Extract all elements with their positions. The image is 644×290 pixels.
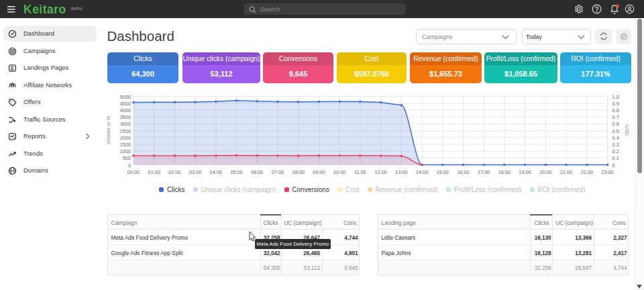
svg-text:16:00: 16:00 bbox=[457, 169, 469, 175]
svg-text:03:00: 03:00 bbox=[189, 169, 201, 175]
svg-text:Volume or %: Volume or % bbox=[105, 115, 111, 144]
svg-text:0.3: 0.3 bbox=[612, 142, 619, 148]
svg-text:17:00: 17:00 bbox=[478, 169, 490, 175]
svg-text:4000: 4000 bbox=[120, 107, 131, 113]
svg-text:1.0: 1.0 bbox=[612, 94, 619, 100]
svg-text:05:00: 05:00 bbox=[230, 169, 242, 175]
svg-text:0: 0 bbox=[128, 162, 131, 168]
svg-text:500: 500 bbox=[123, 155, 131, 161]
svg-text:0.2: 0.2 bbox=[612, 148, 619, 154]
svg-text:21:00: 21:00 bbox=[560, 169, 572, 175]
svg-text:01:00: 01:00 bbox=[148, 169, 160, 175]
svg-text:0: 0 bbox=[612, 162, 615, 168]
svg-text:12:00: 12:00 bbox=[375, 169, 387, 175]
svg-text:20:00: 20:00 bbox=[539, 169, 551, 175]
svg-text:0.9: 0.9 bbox=[612, 101, 619, 107]
svg-text:04:00: 04:00 bbox=[210, 169, 222, 175]
svg-text:0.7: 0.7 bbox=[612, 114, 619, 120]
svg-text:2000: 2000 bbox=[120, 135, 131, 141]
svg-text:07:00: 07:00 bbox=[272, 169, 284, 175]
svg-text:14:00: 14:00 bbox=[416, 169, 428, 175]
svg-text:00:00: 00:00 bbox=[127, 169, 140, 175]
svg-text:18:00: 18:00 bbox=[498, 169, 511, 175]
svg-text:0.5: 0.5 bbox=[612, 128, 619, 134]
svg-text:0.8: 0.8 bbox=[612, 107, 619, 113]
svg-text:09:00: 09:00 bbox=[313, 169, 325, 175]
svg-text:4500: 4500 bbox=[120, 101, 131, 107]
svg-text:22:00: 22:00 bbox=[581, 169, 593, 175]
svg-text:0.4: 0.4 bbox=[612, 135, 619, 141]
svg-text:10:00: 10:00 bbox=[333, 169, 345, 175]
svg-text:5000: 5000 bbox=[120, 94, 131, 100]
svg-text:0.6: 0.6 bbox=[612, 121, 619, 127]
svg-text:2500: 2500 bbox=[120, 128, 131, 134]
svg-text:3000: 3000 bbox=[120, 121, 131, 127]
svg-text:1000: 1000 bbox=[120, 148, 131, 154]
svg-text:15:00: 15:00 bbox=[437, 169, 449, 175]
svg-text:23:00: 23:00 bbox=[601, 169, 613, 175]
svg-text:02:00: 02:00 bbox=[168, 169, 180, 175]
svg-text:19:00: 19:00 bbox=[519, 169, 531, 175]
svg-text:1500: 1500 bbox=[120, 142, 131, 148]
svg-text:13:00: 13:00 bbox=[395, 169, 407, 175]
svg-text:0.1: 0.1 bbox=[612, 155, 619, 161]
svg-text:06:00: 06:00 bbox=[251, 169, 263, 175]
svg-text:11:00: 11:00 bbox=[354, 169, 366, 175]
svg-text:3500: 3500 bbox=[120, 114, 131, 120]
svg-text:08:00: 08:00 bbox=[292, 169, 305, 175]
svg-text:USD: USD bbox=[624, 125, 630, 136]
